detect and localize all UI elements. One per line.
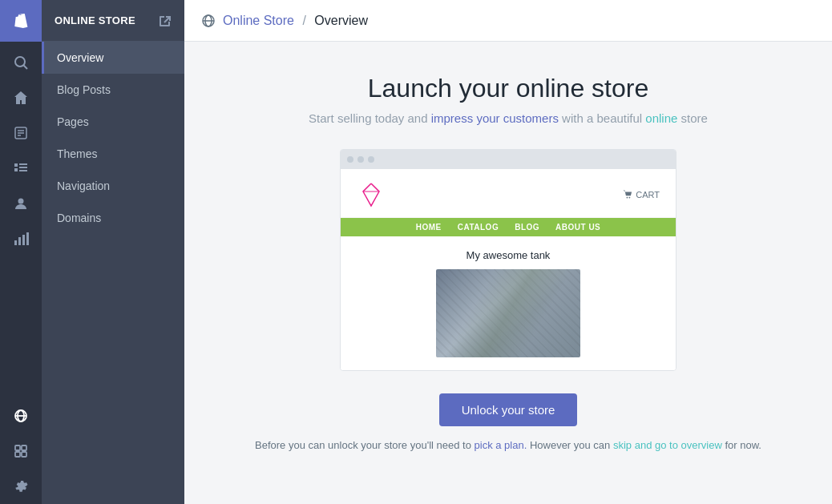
breadcrumb-current: Overview <box>314 14 368 27</box>
skip-link[interactable]: skip and go to overview <box>613 439 722 451</box>
footer-mid: However you can <box>527 439 613 451</box>
shopify-logo[interactable] <box>0 0 42 42</box>
analytics-nav-icon[interactable] <box>5 223 37 255</box>
pick-plan-link[interactable]: pick a plan. <box>475 439 527 451</box>
preview-nav-about: ABOUT US <box>555 223 600 232</box>
svg-point-6 <box>18 199 24 204</box>
nav-sidebar-header: ONLINE STORE <box>42 0 184 42</box>
nav-item-domains[interactable]: Domains <box>42 202 184 234</box>
nav-item-overview[interactable]: Overview <box>42 42 184 74</box>
svg-line-1 <box>24 66 28 70</box>
icon-sidebar <box>0 0 42 504</box>
preview-nav-blog: BLOG <box>515 223 539 232</box>
store-preview: CART HOME CATALOG BLOG ABOUT US My aweso… <box>340 149 677 371</box>
preview-main-content: My awesome tank <box>341 236 676 370</box>
breadcrumb: Online Store / Overview <box>223 14 368 28</box>
svg-rect-17 <box>22 452 26 457</box>
nav-sidebar-title: ONLINE STORE <box>55 14 159 26</box>
plugins-nav-icon[interactable] <box>5 435 37 467</box>
svg-point-0 <box>15 57 25 67</box>
cart-icon <box>623 190 632 200</box>
svg-rect-10 <box>26 232 29 245</box>
footer-text: Before you can unlock your store you'll … <box>255 439 761 451</box>
globe-icon <box>200 13 216 29</box>
svg-rect-8 <box>18 237 21 245</box>
breadcrumb-link[interactable]: Online Store <box>223 14 294 27</box>
svg-rect-16 <box>15 452 20 457</box>
preview-product-image <box>436 269 580 357</box>
content-area: Launch your online store Start selling t… <box>184 42 832 504</box>
preview-dot-2 <box>357 156 364 163</box>
subtitle-highlight2: online <box>645 111 677 125</box>
svg-rect-14 <box>15 446 20 450</box>
preview-bar <box>341 150 676 169</box>
preview-nav-bar: HOME CATALOG BLOG ABOUT US <box>341 218 676 236</box>
subtitle-highlight: impress your customers <box>431 111 559 125</box>
products-nav-icon[interactable] <box>5 152 37 184</box>
nav-item-blog-posts[interactable]: Blog Posts <box>42 74 184 106</box>
svg-rect-9 <box>22 235 25 245</box>
nav-item-pages[interactable]: Pages <box>42 106 184 138</box>
external-link-icon[interactable] <box>159 14 172 27</box>
preview-dot-1 <box>347 156 353 163</box>
home-nav-icon[interactable] <box>5 82 37 114</box>
preview-nav-catalog: CATALOG <box>458 223 499 232</box>
preview-dot-3 <box>368 156 374 163</box>
preview-store-header: CART <box>341 169 676 218</box>
online-store-nav-icon[interactable] <box>5 400 37 432</box>
preview-body: CART HOME CATALOG BLOG ABOUT US My aweso… <box>341 169 676 370</box>
nav-item-navigation[interactable]: Navigation <box>42 170 184 202</box>
footer-start: Before you can unlock your store you'll … <box>255 439 474 451</box>
preview-cart-label: CART <box>623 190 660 200</box>
preview-product-title: My awesome tank <box>466 249 551 261</box>
orders-nav-icon[interactable] <box>5 117 37 149</box>
subtitle-end: store <box>677 111 708 125</box>
svg-rect-7 <box>14 240 17 245</box>
search-nav-icon[interactable] <box>5 46 37 79</box>
customers-nav-icon[interactable] <box>5 187 37 220</box>
store-logo-icon <box>357 180 386 209</box>
preview-nav-home: HOME <box>416 223 442 232</box>
unlock-store-button[interactable]: Unlock your store <box>439 393 578 426</box>
page-subtitle: Start selling today and impress your cus… <box>309 111 708 125</box>
nav-sidebar: ONLINE STORE Overview Blog Posts Pages T… <box>42 0 184 504</box>
svg-point-25 <box>629 197 631 199</box>
subtitle-mid: with a beautiful <box>559 111 645 125</box>
subtitle-start: Start selling today and <box>309 111 431 125</box>
page-title: Launch your online store <box>368 74 648 103</box>
svg-point-24 <box>627 197 628 199</box>
settings-nav-icon[interactable] <box>5 470 37 502</box>
main-content: Online Store / Overview Launch your onli… <box>184 0 832 504</box>
svg-line-22 <box>363 183 371 192</box>
nav-item-themes[interactable]: Themes <box>42 138 184 170</box>
breadcrumb-separator: / <box>302 14 305 27</box>
svg-line-23 <box>371 183 379 192</box>
topbar: Online Store / Overview <box>184 0 832 42</box>
svg-rect-15 <box>22 446 26 450</box>
footer-end: for now. <box>722 439 761 451</box>
